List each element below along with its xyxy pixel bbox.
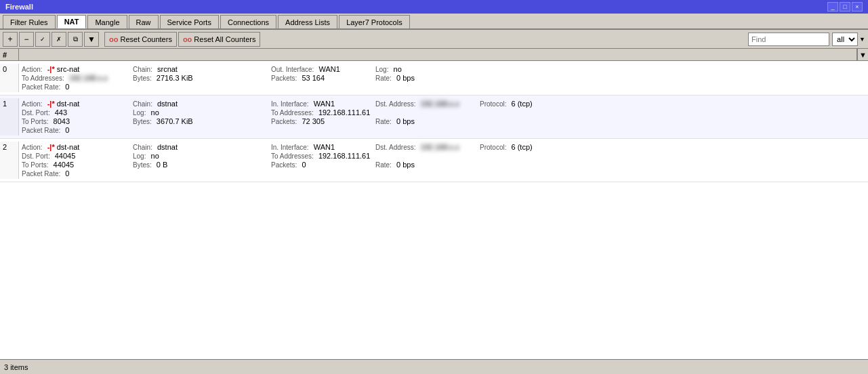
rule-0-action: Action: -|* src-nat [22,65,130,73]
remove-button[interactable]: − [19,32,34,47]
rule-0-log-value: no [394,65,402,73]
rule-0-action-value: src-nat [57,65,80,73]
col-header-main [19,49,857,60]
rule-2-packets-value: 0 [302,161,306,169]
rule-2-rate: Rate: 0 bps [375,161,477,169]
tab-connections[interactable]: Connections [220,15,276,28]
reset-counters-button[interactable]: oo Reset Counters [104,32,177,47]
rule-0-chain-value: srcnat [157,65,178,73]
rule-2-to-addresses-value: 192.168.111.61 [318,152,370,160]
rule-1-bytes: Bytes: 3670.7 KiB [133,117,268,125]
rule-1-bytes-value: 3670.7 KiB [157,117,193,125]
rule-1-chain: Chain: dstnat [133,100,268,108]
column-header-row: # ▼ [0,49,868,61]
rule-1-protocol-value: 6 (tcp) [512,100,533,108]
rule-num-0: 0 [0,64,19,92]
enable-button[interactable]: ✓ [35,32,50,47]
rule-2-dst-port-value: 44045 [55,152,76,160]
rule-0-bytes: Bytes: 2716.3 KiB [133,74,268,82]
rule-2-action: Action: -|* dst-nat [22,143,130,151]
rule-1-flag: -|* [47,100,55,108]
minimize-button[interactable]: _ [827,2,838,12]
find-input[interactable] [748,33,829,46]
tab-filter-rules[interactable]: Filter Rules [3,15,56,28]
reset-all-counters-button[interactable]: oo Reset All Counters [178,32,261,47]
rule-2-log-value: no [151,152,159,160]
app-title: Firewall [5,3,33,11]
rule-2-bytes-value: 0 B [157,161,168,169]
reset-all-counters-label: Reset All Counters [194,35,255,43]
rule-2-dst-address: Dst. Address: 192.168.x.x [375,143,477,151]
rule-2-dst-address-value: 192.168.x.x [421,143,459,151]
close-button[interactable]: × [852,2,863,12]
rule-0-packets: Packets: 53 164 [271,74,373,82]
col-header-num: # [0,49,19,60]
rule-0-rate: Rate: 0 bps [375,74,477,82]
rule-2-packet-rate: Packet Rate: 0 [22,169,130,178]
rule-1-packets: Packets: 72 305 [271,117,373,125]
rule-2-packet-rate-value: 0 [65,169,69,178]
rule-1-dst-port: Dst. Port: 443 [22,108,130,117]
rule-1-packet-rate-value: 0 [65,126,69,134]
rule-0-out-interface-value: WAN1 [318,65,339,73]
rule-0-chain: Chain: srcnat [133,65,268,73]
rule-content-0: Action: -|* src-nat Chain: srcnat Out. I… [19,64,868,92]
rule-1-in-interface: In. Interface: WAN1 [271,100,373,108]
table-area: # ▼ 0 Action: -|* src-nat Chain: srcnat [0,49,868,359]
rule-1-to-ports-value: 8043 [54,117,70,125]
rule-1-dst-port-value: 443 [55,108,67,117]
status-text: 3 items [4,363,28,371]
rule-2-log: Log: no [133,152,268,160]
scroll-indicator[interactable]: ▼ [857,49,868,60]
rule-num-1: 1 [0,98,19,136]
rule-1-log-value: no [151,108,159,117]
tab-service-ports[interactable]: Service Ports [160,15,219,28]
filter-button[interactable]: ▼ [84,32,99,47]
rule-0-flag: -|* [47,65,55,73]
toolbar: + − ✓ ✗ ⧉ ▼ oo Reset Counters oo Reset A… [0,30,868,49]
maximize-button[interactable]: □ [840,2,850,12]
tab-raw[interactable]: Raw [129,15,159,28]
copy-button[interactable]: ⧉ [68,32,83,47]
rule-2-protocol-value: 6 (tcp) [512,143,533,151]
table-row: 1 Action: -|* dst-nat Chain: dstnat In. … [0,96,868,139]
rule-2-chain: Chain: dstnat [133,143,268,151]
rule-1-to-addresses: To Addresses: 192.168.111.61 [271,108,373,117]
rule-1-dst-address-value: 192.168.x.x [421,100,459,108]
rule-1-in-interface-value: WAN1 [314,100,335,108]
rule-0-log: Log: no [375,65,477,73]
find-bar: all ▼ [748,33,865,46]
rule-2-chain-value: dstnat [157,143,178,151]
rule-2-dst-port: Dst. Port: 44045 [22,152,130,160]
rule-1-action: Action: -|* dst-nat [22,100,130,108]
rule-1-packets-value: 72 305 [302,117,325,125]
rule-content-2: Action: -|* dst-nat Chain: dstnat In. In… [19,142,868,179]
rule-0-packet-rate: Packet Rate: 0 [22,83,130,91]
rule-0-bytes-value: 2716.3 KiB [157,74,193,82]
find-scope-select[interactable]: all [832,33,858,46]
rule-1-chain-value: dstnat [157,100,178,108]
add-button[interactable]: + [3,32,18,47]
rule-2-bytes: Bytes: 0 B [133,161,268,169]
rule-1-rate-value: 0 bps [396,117,415,125]
tab-address-lists[interactable]: Address Lists [278,15,337,28]
reset-counters-label: Reset Counters [120,35,171,43]
rule-2-protocol: Protocol: 6 (tcp) [480,143,575,151]
rule-2-in-interface-value: WAN1 [314,143,335,151]
rule-1-to-addresses-value: 192.168.111.61 [318,108,370,117]
rule-1-rate: Rate: 0 bps [375,117,477,125]
title-bar: Firewall _ □ × [0,0,868,14]
table-row: 0 Action: -|* src-nat Chain: srcnat Out.… [0,61,868,96]
disable-button[interactable]: ✗ [51,32,66,47]
rule-2-to-ports-value: 44045 [54,161,75,169]
tab-nat[interactable]: NAT [57,15,87,28]
tab-mangle[interactable]: Mangle [87,15,127,28]
tab-layer7-protocols[interactable]: Layer7 Protocols [339,15,410,28]
rule-0-out-interface: Out. Interface: WAN1 [271,65,373,73]
rule-0-to-addresses-value: 192.168.x.x [69,74,108,82]
rule-2-to-ports: To Ports: 44045 [22,161,130,169]
rule-1-dst-address: Dst. Address: 192.168.x.x [375,100,477,108]
rule-1-packet-rate: Packet Rate: 0 [22,126,130,134]
rule-0-packets-value: 53 164 [302,74,325,82]
rule-2-flag: -|* [47,143,55,151]
